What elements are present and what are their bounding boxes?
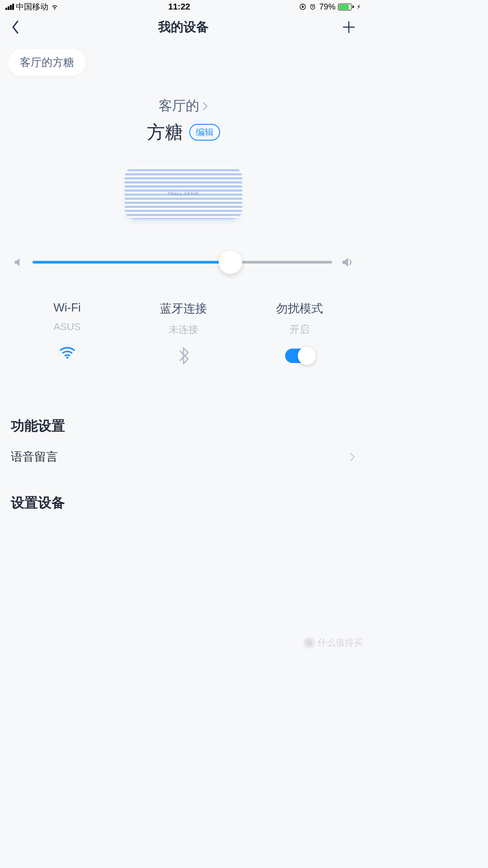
volume-slider-thumb[interactable] bbox=[219, 250, 242, 274]
toggle-knob bbox=[298, 347, 316, 365]
dnd-tile-title: 勿扰模式 bbox=[241, 301, 357, 316]
voice-message-label: 语音留言 bbox=[11, 449, 58, 465]
watermark: 值 什么值得买 bbox=[303, 637, 363, 649]
features-title: 功能设置 bbox=[11, 417, 356, 435]
wifi-tile-title: Wi-Fi bbox=[9, 301, 125, 315]
watermark-text: 什么值得买 bbox=[318, 637, 363, 649]
wifi-tile[interactable]: Wi-Fi ASUS bbox=[9, 301, 125, 367]
status-right: 79% ⚡︎ bbox=[299, 2, 361, 12]
chevron-right-icon bbox=[349, 452, 356, 462]
charging-icon: ⚡︎ bbox=[357, 3, 361, 10]
device-image: TMALL GENIE bbox=[125, 167, 242, 219]
volume-slider[interactable] bbox=[33, 261, 332, 264]
carrier-label: 中国移动 bbox=[16, 1, 48, 12]
device-brand-label: TMALL GENIE bbox=[167, 191, 199, 196]
battery-percent: 79% bbox=[319, 2, 335, 12]
status-time: 11:22 bbox=[168, 2, 190, 12]
status-left: 中国移动 bbox=[5, 1, 59, 12]
alarm-icon bbox=[309, 3, 316, 10]
cellular-signal-icon bbox=[5, 4, 14, 10]
device-chip-row: 客厅的方糖 bbox=[0, 41, 366, 76]
nav-bar: 我的设备 bbox=[0, 14, 366, 41]
chevron-right-icon bbox=[202, 101, 208, 112]
volume-row bbox=[0, 255, 366, 269]
volume-slider-fill bbox=[33, 261, 230, 264]
volume-high-icon bbox=[340, 255, 354, 269]
rotation-lock-icon bbox=[299, 3, 306, 10]
volume-low-icon bbox=[13, 256, 24, 268]
page-title: 我的设备 bbox=[158, 19, 209, 36]
device-image-wrap: TMALL GENIE bbox=[0, 167, 366, 219]
bluetooth-tile[interactable]: 蓝牙连接 未连接 bbox=[125, 301, 241, 367]
device-header: 客厅的 方糖 编辑 bbox=[0, 97, 366, 145]
chevron-left-icon bbox=[11, 19, 20, 35]
bluetooth-tile-title: 蓝牙连接 bbox=[125, 301, 241, 316]
wifi-icon bbox=[59, 345, 76, 359]
edit-button[interactable]: 编辑 bbox=[189, 124, 220, 141]
voice-message-row[interactable]: 语音留言 bbox=[11, 435, 356, 478]
quick-tiles: Wi-Fi ASUS 蓝牙连接 未连接 勿扰模式 开启 bbox=[0, 301, 366, 367]
device-settings-section: 设置设备 bbox=[0, 494, 366, 512]
battery-icon bbox=[338, 4, 354, 10]
bluetooth-tile-sub: 未连接 bbox=[125, 323, 241, 336]
device-settings-title: 设置设备 bbox=[11, 494, 356, 512]
features-section: 功能设置 语音留言 bbox=[0, 417, 366, 478]
watermark-badge-icon: 值 bbox=[303, 637, 315, 649]
device-name-label: 方糖 bbox=[147, 120, 183, 145]
dnd-tile: 勿扰模式 开启 bbox=[241, 301, 357, 367]
device-room-label: 客厅的 bbox=[159, 97, 199, 115]
bluetooth-icon bbox=[178, 347, 189, 364]
device-chip[interactable]: 客厅的方糖 bbox=[8, 49, 86, 76]
add-button[interactable] bbox=[338, 18, 356, 36]
device-name-row: 方糖 编辑 bbox=[147, 120, 220, 145]
dnd-toggle[interactable] bbox=[285, 349, 314, 363]
wifi-tile-sub: ASUS bbox=[9, 321, 125, 333]
back-button[interactable] bbox=[11, 18, 29, 36]
status-bar: 中国移动 11:22 79% ⚡︎ bbox=[0, 0, 366, 14]
svg-point-4 bbox=[66, 357, 68, 359]
plus-icon bbox=[342, 20, 356, 34]
dnd-tile-sub: 开启 bbox=[241, 323, 357, 336]
wifi-status-icon bbox=[50, 3, 59, 10]
device-room-row[interactable]: 客厅的 bbox=[159, 97, 208, 115]
